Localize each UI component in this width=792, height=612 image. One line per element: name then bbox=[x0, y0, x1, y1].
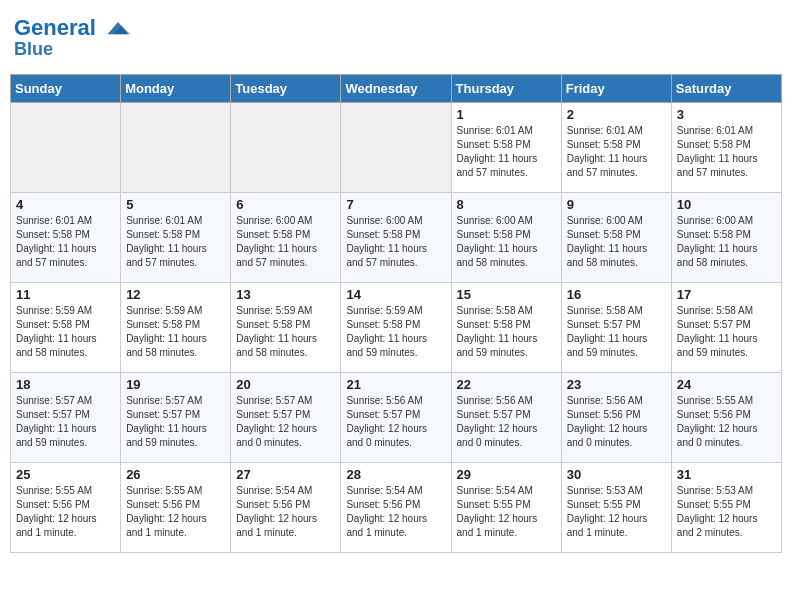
calendar-cell: 10Sunrise: 6:00 AMSunset: 5:58 PMDayligh… bbox=[671, 192, 781, 282]
day-number: 7 bbox=[346, 197, 445, 212]
day-info: Sunrise: 5:54 AMSunset: 5:56 PMDaylight:… bbox=[346, 484, 445, 540]
day-number: 11 bbox=[16, 287, 115, 302]
day-info: Sunrise: 5:56 AMSunset: 5:57 PMDaylight:… bbox=[457, 394, 556, 450]
day-info: Sunrise: 5:58 AMSunset: 5:57 PMDaylight:… bbox=[677, 304, 776, 360]
calendar-cell: 22Sunrise: 5:56 AMSunset: 5:57 PMDayligh… bbox=[451, 372, 561, 462]
day-info: Sunrise: 5:59 AMSunset: 5:58 PMDaylight:… bbox=[236, 304, 335, 360]
logo: General Blue bbox=[14, 16, 132, 60]
day-number: 31 bbox=[677, 467, 776, 482]
weekday-header-monday: Monday bbox=[121, 74, 231, 102]
day-number: 1 bbox=[457, 107, 556, 122]
calendar-cell: 25Sunrise: 5:55 AMSunset: 5:56 PMDayligh… bbox=[11, 462, 121, 552]
day-info: Sunrise: 6:01 AMSunset: 5:58 PMDaylight:… bbox=[126, 214, 225, 270]
calendar-cell: 23Sunrise: 5:56 AMSunset: 5:56 PMDayligh… bbox=[561, 372, 671, 462]
calendar-cell: 9Sunrise: 6:00 AMSunset: 5:58 PMDaylight… bbox=[561, 192, 671, 282]
day-number: 10 bbox=[677, 197, 776, 212]
day-info: Sunrise: 5:58 AMSunset: 5:57 PMDaylight:… bbox=[567, 304, 666, 360]
logo-blue: Blue bbox=[14, 40, 132, 60]
calendar-cell bbox=[231, 102, 341, 192]
logo-text: General bbox=[14, 16, 132, 40]
page-header: General Blue bbox=[10, 10, 782, 66]
day-number: 5 bbox=[126, 197, 225, 212]
calendar-cell: 18Sunrise: 5:57 AMSunset: 5:57 PMDayligh… bbox=[11, 372, 121, 462]
day-number: 16 bbox=[567, 287, 666, 302]
calendar-week-1: 1Sunrise: 6:01 AMSunset: 5:58 PMDaylight… bbox=[11, 102, 782, 192]
calendar-cell: 4Sunrise: 6:01 AMSunset: 5:58 PMDaylight… bbox=[11, 192, 121, 282]
day-number: 17 bbox=[677, 287, 776, 302]
weekday-header-saturday: Saturday bbox=[671, 74, 781, 102]
day-number: 18 bbox=[16, 377, 115, 392]
day-number: 25 bbox=[16, 467, 115, 482]
calendar-cell: 6Sunrise: 6:00 AMSunset: 5:58 PMDaylight… bbox=[231, 192, 341, 282]
calendar-cell: 13Sunrise: 5:59 AMSunset: 5:58 PMDayligh… bbox=[231, 282, 341, 372]
day-info: Sunrise: 5:53 AMSunset: 5:55 PMDaylight:… bbox=[677, 484, 776, 540]
weekday-header-friday: Friday bbox=[561, 74, 671, 102]
day-info: Sunrise: 5:58 AMSunset: 5:58 PMDaylight:… bbox=[457, 304, 556, 360]
calendar-cell: 15Sunrise: 5:58 AMSunset: 5:58 PMDayligh… bbox=[451, 282, 561, 372]
day-number: 20 bbox=[236, 377, 335, 392]
day-info: Sunrise: 6:00 AMSunset: 5:58 PMDaylight:… bbox=[457, 214, 556, 270]
calendar-cell: 27Sunrise: 5:54 AMSunset: 5:56 PMDayligh… bbox=[231, 462, 341, 552]
day-info: Sunrise: 6:00 AMSunset: 5:58 PMDaylight:… bbox=[236, 214, 335, 270]
calendar-cell: 12Sunrise: 5:59 AMSunset: 5:58 PMDayligh… bbox=[121, 282, 231, 372]
day-info: Sunrise: 5:54 AMSunset: 5:55 PMDaylight:… bbox=[457, 484, 556, 540]
day-number: 4 bbox=[16, 197, 115, 212]
day-number: 26 bbox=[126, 467, 225, 482]
day-info: Sunrise: 6:00 AMSunset: 5:58 PMDaylight:… bbox=[346, 214, 445, 270]
calendar-cell: 16Sunrise: 5:58 AMSunset: 5:57 PMDayligh… bbox=[561, 282, 671, 372]
day-number: 3 bbox=[677, 107, 776, 122]
calendar-cell: 24Sunrise: 5:55 AMSunset: 5:56 PMDayligh… bbox=[671, 372, 781, 462]
calendar-cell: 2Sunrise: 6:01 AMSunset: 5:58 PMDaylight… bbox=[561, 102, 671, 192]
calendar-cell: 11Sunrise: 5:59 AMSunset: 5:58 PMDayligh… bbox=[11, 282, 121, 372]
calendar-cell: 20Sunrise: 5:57 AMSunset: 5:57 PMDayligh… bbox=[231, 372, 341, 462]
day-info: Sunrise: 5:55 AMSunset: 5:56 PMDaylight:… bbox=[677, 394, 776, 450]
day-info: Sunrise: 6:01 AMSunset: 5:58 PMDaylight:… bbox=[457, 124, 556, 180]
weekday-header-wednesday: Wednesday bbox=[341, 74, 451, 102]
day-number: 15 bbox=[457, 287, 556, 302]
day-info: Sunrise: 5:57 AMSunset: 5:57 PMDaylight:… bbox=[126, 394, 225, 450]
weekday-header-tuesday: Tuesday bbox=[231, 74, 341, 102]
calendar-cell: 14Sunrise: 5:59 AMSunset: 5:58 PMDayligh… bbox=[341, 282, 451, 372]
day-info: Sunrise: 6:00 AMSunset: 5:58 PMDaylight:… bbox=[567, 214, 666, 270]
weekday-header-thursday: Thursday bbox=[451, 74, 561, 102]
day-number: 28 bbox=[346, 467, 445, 482]
calendar-cell: 31Sunrise: 5:53 AMSunset: 5:55 PMDayligh… bbox=[671, 462, 781, 552]
calendar-cell: 8Sunrise: 6:00 AMSunset: 5:58 PMDaylight… bbox=[451, 192, 561, 282]
calendar-cell: 29Sunrise: 5:54 AMSunset: 5:55 PMDayligh… bbox=[451, 462, 561, 552]
day-info: Sunrise: 5:57 AMSunset: 5:57 PMDaylight:… bbox=[236, 394, 335, 450]
day-number: 24 bbox=[677, 377, 776, 392]
day-number: 6 bbox=[236, 197, 335, 212]
day-info: Sunrise: 6:00 AMSunset: 5:58 PMDaylight:… bbox=[677, 214, 776, 270]
calendar-week-4: 18Sunrise: 5:57 AMSunset: 5:57 PMDayligh… bbox=[11, 372, 782, 462]
day-info: Sunrise: 5:53 AMSunset: 5:55 PMDaylight:… bbox=[567, 484, 666, 540]
day-info: Sunrise: 6:01 AMSunset: 5:58 PMDaylight:… bbox=[567, 124, 666, 180]
day-info: Sunrise: 5:55 AMSunset: 5:56 PMDaylight:… bbox=[16, 484, 115, 540]
day-number: 8 bbox=[457, 197, 556, 212]
calendar-table: SundayMondayTuesdayWednesdayThursdayFrid… bbox=[10, 74, 782, 553]
day-number: 23 bbox=[567, 377, 666, 392]
day-number: 13 bbox=[236, 287, 335, 302]
weekday-header-sunday: Sunday bbox=[11, 74, 121, 102]
day-info: Sunrise: 5:56 AMSunset: 5:56 PMDaylight:… bbox=[567, 394, 666, 450]
day-info: Sunrise: 5:59 AMSunset: 5:58 PMDaylight:… bbox=[346, 304, 445, 360]
calendar-cell: 1Sunrise: 6:01 AMSunset: 5:58 PMDaylight… bbox=[451, 102, 561, 192]
day-number: 2 bbox=[567, 107, 666, 122]
day-info: Sunrise: 6:01 AMSunset: 5:58 PMDaylight:… bbox=[677, 124, 776, 180]
calendar-cell bbox=[11, 102, 121, 192]
calendar-cell: 7Sunrise: 6:00 AMSunset: 5:58 PMDaylight… bbox=[341, 192, 451, 282]
day-info: Sunrise: 5:54 AMSunset: 5:56 PMDaylight:… bbox=[236, 484, 335, 540]
calendar-cell bbox=[121, 102, 231, 192]
calendar-cell: 19Sunrise: 5:57 AMSunset: 5:57 PMDayligh… bbox=[121, 372, 231, 462]
day-number: 21 bbox=[346, 377, 445, 392]
day-info: Sunrise: 5:57 AMSunset: 5:57 PMDaylight:… bbox=[16, 394, 115, 450]
day-info: Sunrise: 6:01 AMSunset: 5:58 PMDaylight:… bbox=[16, 214, 115, 270]
calendar-cell: 26Sunrise: 5:55 AMSunset: 5:56 PMDayligh… bbox=[121, 462, 231, 552]
calendar-week-3: 11Sunrise: 5:59 AMSunset: 5:58 PMDayligh… bbox=[11, 282, 782, 372]
day-number: 30 bbox=[567, 467, 666, 482]
day-info: Sunrise: 5:59 AMSunset: 5:58 PMDaylight:… bbox=[16, 304, 115, 360]
calendar-cell: 28Sunrise: 5:54 AMSunset: 5:56 PMDayligh… bbox=[341, 462, 451, 552]
calendar-cell: 21Sunrise: 5:56 AMSunset: 5:57 PMDayligh… bbox=[341, 372, 451, 462]
day-number: 12 bbox=[126, 287, 225, 302]
calendar-cell: 3Sunrise: 6:01 AMSunset: 5:58 PMDaylight… bbox=[671, 102, 781, 192]
calendar-week-2: 4Sunrise: 6:01 AMSunset: 5:58 PMDaylight… bbox=[11, 192, 782, 282]
